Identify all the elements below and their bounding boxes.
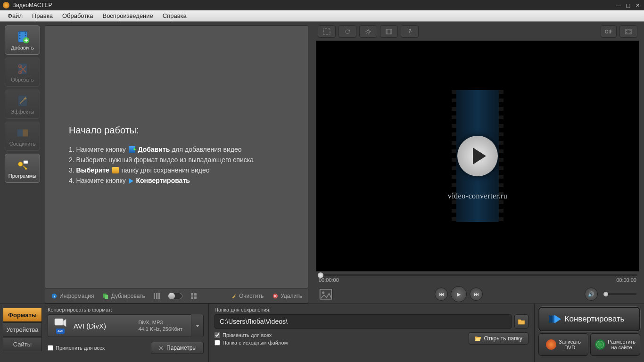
step-1: 1. Нажмите кнопку Добавить для добавлени… [69,144,294,155]
time-current: 00:00:00 [319,277,339,283]
brightness-button[interactable] [359,25,377,38]
menu-file[interactable]: Файл [3,11,27,21]
volume-slider[interactable] [603,293,636,295]
delete-button[interactable]: Удалить [272,293,302,299]
format-section-label: Конвертировать в формат: [48,307,204,313]
duplicate-button[interactable]: Дублировать [102,293,145,299]
grid-view-icon[interactable] [191,293,197,299]
svg-point-14 [18,162,22,166]
speed-button[interactable] [380,25,398,38]
browse-folder-button[interactable] [514,314,528,329]
info-icon: i [51,293,58,299]
close-button[interactable]: ✕ [634,2,641,8]
video-viewport[interactable]: video-converter.ru [316,41,639,272]
format-codec: DivX, MP3 [138,319,182,326]
join-icon [16,126,30,140]
programs-button[interactable]: Программы [5,154,40,183]
format-selector[interactable]: AVI AVI (DivX) DivX, MP3 44,1 KHz, 256Кб… [48,314,204,337]
apply-all-dest-checkbox[interactable]: Применить для всех [215,332,288,338]
svg-rect-5 [25,35,26,36]
film-add-icon [129,146,135,153]
apply-all-format-checkbox[interactable]: Применить для всех [48,345,105,351]
step-2: 2. Выберите нужный формат видео из выпад… [69,155,294,165]
svg-rect-4 [25,33,26,34]
maximize-button[interactable]: ▢ [624,2,632,8]
add-button[interactable]: Добавить [5,25,40,55]
titlebar: ВидеоМАСТЕР — ▢ ✕ [0,0,644,10]
effects-button[interactable]: Эффекты [5,90,40,119]
crop-tool-button[interactable] [318,25,336,38]
menu-process[interactable]: Обработка [58,11,98,21]
time-total: 00:00:00 [616,277,636,283]
filmstrip-graphic [452,90,504,222]
clear-button[interactable]: Очистить [231,293,264,299]
scissors-icon [16,62,30,76]
svg-rect-1 [19,33,20,34]
rotate-button[interactable] [339,25,356,38]
svg-rect-13 [23,130,28,137]
list-toolbar: iИнформация Дублировать Очистить Удалить [45,288,308,304]
crop-button[interactable]: Обрезать [5,58,40,87]
convert-button[interactable]: Конвертировать [538,307,640,331]
svg-rect-12 [17,130,22,137]
image-icon [319,288,332,300]
runner-icon [406,28,413,35]
format-name: AVI (DivX) [74,322,106,330]
key-icon [16,158,30,172]
gif-button[interactable]: GIF [601,25,617,38]
folder-icon [112,167,119,173]
fullscreen-button[interactable] [619,25,637,38]
svg-rect-29 [55,319,63,325]
minimize-button[interactable]: — [615,2,622,8]
format-dropdown-arrow[interactable] [191,314,203,337]
destination-section-label: Папка для сохранения: [215,307,528,313]
crop-rect-icon [323,28,330,35]
svg-point-28 [322,291,324,294]
list-view-icon[interactable] [154,293,160,299]
menu-help[interactable]: Справка [158,11,191,21]
menu-edit[interactable]: Правка [27,11,58,21]
play-button[interactable]: ▶ [451,286,467,302]
destination-path-input[interactable] [215,314,512,329]
step-4: 4. Нажмите кнопку Конвертировать [69,175,294,186]
source-folder-checkbox[interactable]: Папка с исходным файлом [215,340,288,346]
prev-button[interactable]: ⏮ [435,288,448,301]
svg-rect-21 [323,29,330,34]
menubar: Файл Правка Обработка Воспроизведение Сп… [0,10,644,22]
film-icon [385,28,393,35]
tab-sites[interactable]: Сайты [3,337,42,351]
rotate-icon [344,28,351,35]
svg-rect-26 [626,29,631,34]
destination-box: Папка для сохранения: Применить для всех… [209,304,535,362]
tool-column: Добавить Обрезать Эффекты Соединить Прог… [0,22,45,304]
tab-formats[interactable]: Форматы [3,308,42,322]
next-button[interactable]: ⏭ [470,288,483,301]
tab-devices[interactable]: Устройства [3,322,42,337]
burn-dvd-button[interactable]: ЗаписатьDVD [538,333,588,356]
open-folder-button[interactable]: Открыть папку [469,332,528,345]
sun-icon [364,28,372,35]
mute-button[interactable]: 🔊 [585,288,598,301]
info-button[interactable]: iИнформация [51,293,94,299]
seek-handle[interactable] [318,272,323,278]
copy-icon [102,293,109,299]
publish-button[interactable]: Разместитьна сайте [590,333,640,356]
svg-text:i: i [54,294,55,298]
menu-playback[interactable]: Воспроизведение [98,11,157,21]
preview-panel: GIF video-converter.ru 00:00:00 00:00:00… [312,22,644,304]
step-3: 3. Выберите папку для сохранения видео [69,165,294,175]
play-circle-icon [457,136,498,176]
snapshot-button[interactable] [319,288,333,300]
join-button[interactable]: Соединить [5,122,40,151]
svg-point-25 [410,29,411,31]
app-logo-icon [3,2,9,8]
parameters-button[interactable]: Параметры [151,342,204,354]
stabilize-button[interactable] [401,25,419,38]
svg-rect-15 [23,161,27,164]
wand-icon [16,94,30,108]
view-toggle[interactable] [168,293,182,299]
seek-slider[interactable] [318,274,637,276]
svg-point-23 [367,30,370,33]
action-panel: Конвертировать ЗаписатьDVD Разместитьна … [535,304,644,362]
play-icon [129,178,133,184]
